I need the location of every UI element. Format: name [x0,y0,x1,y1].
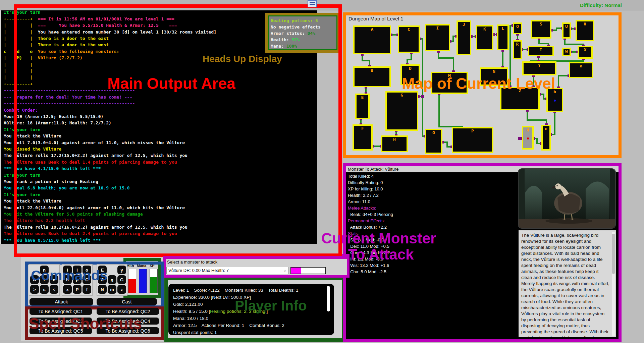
map-room-O: O [425,129,442,154]
terminal-line: | (M) | Vůlture (7.2/7.2) [4,55,317,61]
room-label: I [426,25,449,31]
command-key-P[interactable]: P [73,285,82,294]
monster-stat-line: XP for killing: 10.0 [348,186,393,192]
terminal-line: You attack the Vůlture [4,133,317,139]
hud-line: Armor status: 84% [271,30,336,37]
command-key-i[interactable]: i [63,266,72,274]
spell-shortcut-qc6[interactable]: To Be Assigned: QC6 [97,327,159,334]
terminal-line: | | [4,74,317,80]
chevron-down-icon: ⌄ [283,268,287,273]
room-label: J [458,22,470,27]
room-label: D [402,66,419,71]
map-room-C: C [398,25,420,53]
command-key-w[interactable]: w [30,275,39,284]
command-key-x[interactable]: x [63,285,72,294]
player-scrollbar-thumb[interactable] [327,286,330,311]
room-label: P [453,128,492,133]
monster-dropdown[interactable]: Vůlture DR: 0.00 Max Health: 7 ⌄ [166,267,288,274]
room-label: O [426,130,441,135]
command-key-y[interactable]: y [117,266,126,274]
map-room-S: S [531,20,551,39]
terminal-line: It's your turn [4,191,317,198]
room-label: K [477,26,492,32]
select-monster-label: Select a monster to attack [167,260,217,265]
room-label: X [579,47,591,52]
terminal-line: You roll 22.0(18.0+4.0) against armor of… [4,205,317,211]
terminal-line: You hit the Vůlture for 5.0 points of sl… [4,211,317,217]
map-room-Z: Z [500,87,540,110]
player-info-panel: Level: 1 Score: 4,122 Monsters Killed: 3… [168,280,342,338]
command-key-p[interactable]: p [73,275,82,284]
room-label: Y [524,63,555,68]
map-room-a: a [569,62,593,78]
room-label: E [357,95,368,100]
map-room-Q: Q [513,22,522,34]
spell-shortcut-qc4[interactable]: To Be Assigned: QC4 [97,318,159,325]
room-label: e [543,126,549,131]
map-room-H: H [381,135,408,152]
command-key-R[interactable]: R [98,275,107,284]
room-label: H [382,137,407,142]
spell-shortcut-qc1[interactable]: To Be Assigned: QC1 [30,308,92,315]
player-stat-line: Experience: 330.0 [Next Lvl: 500.0 XP] [173,294,334,301]
difficulty-label: Difficulty: Normal [580,2,622,8]
room-label: B [355,68,389,73]
map-title: Dungeon Map of Level 1 [348,16,405,21]
command-key-<[interactable]: < [50,285,58,294]
terminal-line: | | [4,68,317,74]
key-group-2: ilohpCxPf [62,264,93,296]
command-key-l[interactable]: l [73,266,82,274]
command-key-t[interactable]: t [40,275,49,284]
command-key-E[interactable]: E [98,266,107,274]
command-key-f[interactable]: f [83,285,91,294]
command-key-g[interactable]: g [108,275,116,284]
terminal-line: You: 19 (Armor:12.5; Health: 5.5/15.0) [4,113,317,120]
command-key->[interactable]: > [30,285,39,294]
monster-description[interactable]: The Vůlture is a large, scavenging bird … [519,230,616,337]
terminal-line: Combat Order: [4,107,317,113]
hud-line: No negative effects [271,24,336,30]
hud-line: Healing potions: 5 [271,17,336,24]
room-label: C [399,27,419,32]
command-key-C[interactable]: C [83,275,91,284]
monster-stat-line: Difficulty Rating: 0 [348,179,393,186]
map-room-E: E [355,94,370,119]
spell-shortcut-qc2[interactable]: To Be Assigned: QC2 [97,308,159,315]
cast-button[interactable]: Cast [97,298,157,305]
command-key-n[interactable]: n [40,266,49,274]
map-room-V: V [576,20,594,41]
map-room-d: d [522,126,534,150]
spell-shortcut-qc3[interactable]: To Be Assigned: QC3 [30,318,92,325]
command-key-s[interactable]: s [40,285,49,294]
monster-health-fill [291,268,301,274]
room-label: M [432,73,467,78]
player-stats-box[interactable]: Level: 1 Score: 4,122 Monsters Killed: 3… [168,284,334,335]
terminal-line: *** You have 4.1/15.0 health left *** [4,165,317,172]
attack-button[interactable]: Attack [30,298,93,305]
player-marker [527,137,529,139]
terminal-line: The Vůlture uses Beak to deal 1.4 points… [4,159,317,165]
command-key-e[interactable]: e [50,275,58,284]
description-scrollbar-thumb[interactable] [612,234,615,274]
terminal-line: You drank a potion of strong Healing [4,178,317,185]
monster-stat-line: Health: 2.2 / 7.2 [348,192,393,198]
monster-stat-line: Permanent Effects: [348,218,393,224]
title-bar [0,0,644,10]
command-key-G[interactable]: G [117,275,126,284]
terminal-line: *** You have 8.5/15.0 health left *** [4,237,317,243]
map-room-W: W [562,48,571,56]
spell-shortcut-qc5[interactable]: To Be Assigned: QC5 [30,327,92,334]
terminal-line: It's your turn [4,172,317,178]
command-key-o[interactable]: o [83,266,91,274]
room-label: b [548,89,562,94]
command-key-N[interactable]: N [98,285,107,294]
command-key-z[interactable]: z [117,285,126,294]
command-key-m[interactable]: m [108,285,116,294]
map-room-A: A [353,25,391,54]
map-room-L: L [497,24,509,50]
heads-up-display: Healing potions: 5No negative effectsArm… [268,15,337,50]
terminal-line: --- Prepare for the duel! Your time has … [4,94,317,100]
room-label: a [570,63,592,68]
menu-icon[interactable] [308,0,317,7]
command-key-h[interactable]: h [63,275,72,284]
